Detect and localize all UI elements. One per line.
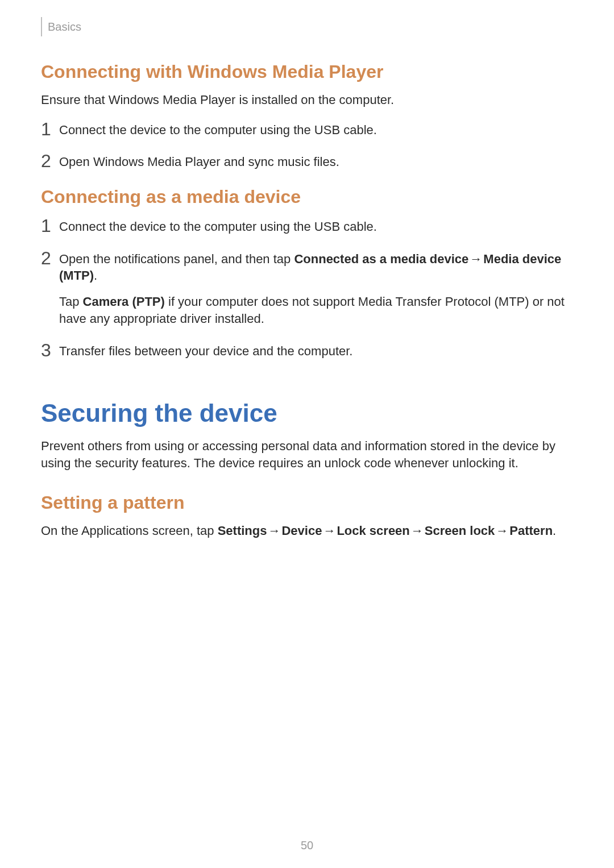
- step-item: 2 Open Windows Media Player and sync mus…: [41, 152, 573, 171]
- step-number: 1: [41, 217, 59, 235]
- text-run: .: [553, 524, 556, 538]
- steps-media: 1 Connect the device to the computer usi…: [41, 217, 573, 359]
- bold-run: Pattern: [509, 524, 553, 538]
- step-text: Transfer files between your device and t…: [59, 341, 352, 360]
- step-item: 1 Connect the device to the computer usi…: [41, 120, 573, 139]
- section-title-media: Connecting as a media device: [41, 186, 573, 207]
- header: Basics: [41, 17, 573, 36]
- page-number: 50: [0, 839, 614, 852]
- section-title-wmp: Connecting with Windows Media Player: [41, 61, 573, 82]
- step-text: Connect the device to the computer using…: [59, 120, 377, 139]
- text-run: Open the notifications panel, and then t…: [59, 252, 294, 266]
- step-number: 3: [41, 341, 59, 359]
- text-run: On the Applications screen, tap: [41, 524, 218, 538]
- arrow-icon: →: [468, 252, 483, 266]
- step-number: 1: [41, 120, 59, 138]
- step-item: 3 Transfer files between your device and…: [41, 341, 573, 360]
- bold-run: Screen lock: [425, 524, 495, 538]
- text-run: .: [94, 268, 97, 283]
- step-item: 1 Connect the device to the computer usi…: [41, 217, 573, 235]
- step-number: 2: [41, 152, 59, 170]
- step-item: 2 Open the notifications panel, and then…: [41, 249, 573, 327]
- arrow-icon: →: [410, 524, 425, 538]
- intro-securing: Prevent others from using or accessing p…: [41, 438, 573, 471]
- major-title-securing: Securing the device: [41, 399, 573, 427]
- step-subtext: Tap Camera (PTP) if your computer does n…: [59, 293, 573, 327]
- text-run: Tap: [59, 294, 83, 309]
- section-title-pattern: Setting a pattern: [41, 492, 573, 513]
- bold-run: Lock screen: [337, 524, 409, 538]
- arrow-icon: →: [322, 524, 337, 538]
- bold-run: Connected as a media device: [294, 252, 468, 266]
- step-text: Connect the device to the computer using…: [59, 217, 377, 235]
- bold-run: Settings: [218, 524, 267, 538]
- pattern-path: On the Applications screen, tap Settings…: [41, 522, 573, 539]
- breadcrumb: Basics: [48, 20, 81, 34]
- step-number: 2: [41, 249, 59, 267]
- arrow-icon: →: [495, 524, 509, 538]
- bold-run: Camera (PTP): [83, 294, 165, 309]
- intro-wmp: Ensure that Windows Media Player is inst…: [41, 92, 573, 109]
- page: Basics Connecting with Windows Media Pla…: [0, 0, 614, 868]
- step-text: Open the notifications panel, and then t…: [59, 249, 573, 327]
- steps-wmp: 1 Connect the device to the computer usi…: [41, 120, 573, 171]
- header-rule: [41, 17, 42, 36]
- arrow-icon: →: [267, 524, 281, 538]
- step-text: Open Windows Media Player and sync music…: [59, 152, 339, 171]
- bold-run: Device: [281, 524, 322, 538]
